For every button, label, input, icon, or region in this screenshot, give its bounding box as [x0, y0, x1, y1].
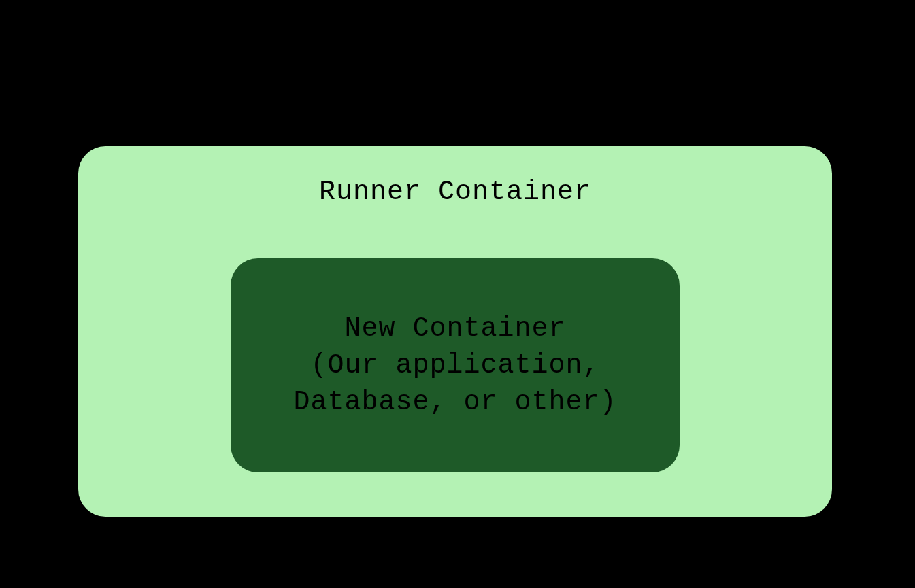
runner-container-label: Runner Container — [319, 177, 591, 207]
new-container-box: New Container (Our application, Database… — [231, 258, 680, 472]
runner-container-box: Runner Container New Container (Our appl… — [78, 146, 832, 517]
new-container-label: New Container (Our application, Database… — [293, 311, 616, 421]
new-container-line1: New Container — [344, 313, 565, 344]
new-container-line2: (Our application, — [310, 350, 599, 381]
new-container-line3: Database, or other) — [293, 387, 616, 417]
